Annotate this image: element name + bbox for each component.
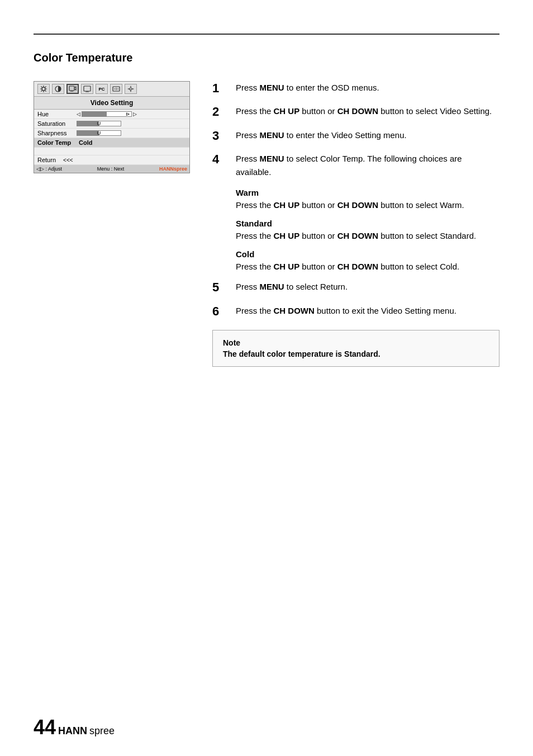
osd-label-sharpness: Sharpness: [37, 130, 77, 136]
osd-icon-settings: [125, 84, 137, 94]
osd-icons-row: PC: [34, 82, 189, 97]
sub-text-standard: Press the CH UP button or CH DOWN button…: [236, 229, 499, 243]
osd-container: PC Video Setting Hue ◁ ⊳: [34, 81, 190, 173]
footer-brand-upper: HANN: [58, 725, 87, 737]
step-5: 5 Press MENU to select Return.: [212, 280, 499, 295]
osd-slider-saturation: U: [77, 121, 121, 126]
svg-rect-10: [69, 86, 74, 91]
osd-row-empty: [34, 148, 189, 155]
sub-heading-cold: Cold: [236, 249, 499, 259]
step-6: 6 Press the CH DOWN button to exit the V…: [212, 304, 499, 319]
osd-slider-sharpness: U: [77, 130, 121, 136]
osd-icon-input: [110, 84, 122, 94]
osd-label-colortemp: Color Temp: [37, 139, 77, 146]
sub-section-standard: Standard Press the CH UP button or CH DO…: [236, 219, 499, 243]
osd-colortemp-value: Cold: [79, 139, 92, 146]
step-5-text: Press MENU to select Return.: [236, 280, 499, 294]
step-2-text: Press the CH UP button or CH DOWN button…: [236, 105, 499, 118]
step-6-text: Press the CH DOWN button to exit the Vid…: [236, 304, 499, 318]
step-4: 4 Press MENU to select Color Temp. The f…: [212, 152, 499, 179]
osd-screen-title: Video Setting: [34, 97, 189, 110]
footer: 44 HANNspree: [34, 716, 115, 739]
content-area: PC Video Setting Hue ◁ ⊳: [34, 81, 499, 367]
sub-heading-standard: Standard: [236, 219, 499, 228]
osd-row-colortemp: Color Temp Cold: [34, 138, 189, 148]
osd-saturation-value: U: [97, 121, 101, 126]
step-1-text: Press MENU to enter the OSD menus.: [236, 81, 499, 94]
note-box: Note The default color temperature is St…: [212, 330, 499, 367]
sub-heading-warm: Warm: [236, 188, 499, 197]
osd-bottom-bar: ◁▷ : Adjust Menu : Next HANNspree: [34, 165, 189, 173]
svg-rect-12: [84, 86, 91, 91]
osd-brand-label: HANNspree: [159, 166, 187, 172]
step-3-text: Press MENU to enter the Video Setting me…: [236, 129, 499, 142]
step-3-num: 3: [212, 129, 228, 143]
osd-row-hue: Hue ◁ ⊳ ▷: [34, 110, 189, 119]
sub-section-warm: Warm Press the CH UP button or CH DOWN b…: [236, 188, 499, 212]
osd-icon-video: [66, 84, 79, 94]
svg-point-0: [42, 87, 45, 91]
step-4-text: Press MENU to select Color Temp. The fol…: [236, 152, 499, 179]
osd-hue-marker: ⊳: [126, 111, 130, 117]
svg-line-6: [45, 91, 46, 92]
step-2-num: 2: [212, 105, 228, 119]
step-3: 3 Press MENU to enter the Video Setting …: [212, 129, 499, 143]
step-1: 1 Press MENU to enter the OSD menus.: [212, 81, 499, 96]
top-rule: [34, 34, 499, 35]
step-5-num: 5: [212, 280, 228, 295]
osd-icon-pc: PC: [96, 84, 108, 94]
osd-slider-hue: ⊳: [82, 111, 132, 117]
page: Color Temperature: [0, 0, 533, 756]
footer-page-number: 44: [34, 716, 56, 739]
sub-text-cold: Press the CH UP button or CH DOWN button…: [236, 260, 499, 273]
osd-row-saturation: Saturation U: [34, 119, 189, 129]
step-6-num: 6: [212, 304, 228, 319]
osd-menu-next-label: Menu : Next: [97, 166, 125, 172]
page-title: Color Temperature: [34, 51, 499, 64]
osd-return-row: Return <<<: [34, 155, 189, 165]
osd-icon-contrast: [52, 84, 64, 94]
osd-label-hue: Hue: [37, 111, 77, 117]
osd-adjust-label: ◁▷ : Adjust: [36, 166, 62, 172]
step-1-num: 1: [212, 81, 228, 96]
osd-icon-brightness: [37, 84, 50, 94]
osd-label-saturation: Saturation: [37, 120, 77, 127]
note-text: The default color temperature is Standar…: [223, 349, 489, 358]
note-title: Note: [223, 338, 489, 347]
sub-section-cold: Cold Press the CH UP button or CH DOWN b…: [236, 249, 499, 273]
osd-screen: PC Video Setting Hue ◁ ⊳: [34, 81, 190, 173]
osd-sharpness-value: U: [97, 130, 101, 136]
sub-text-warm: Press the CH UP button or CH DOWN button…: [236, 199, 499, 212]
svg-point-19: [130, 88, 132, 90]
instructions: 1 Press MENU to enter the OSD menus. 2 P…: [212, 81, 499, 367]
step-4-num: 4: [212, 152, 228, 167]
osd-row-sharpness: Sharpness U: [34, 129, 189, 138]
osd-return-arrows: <<<: [63, 157, 73, 163]
osd-hue-arrow-right: ▷: [133, 111, 137, 117]
osd-icon-screen: [81, 84, 93, 94]
osd-return-label: Return: [37, 157, 56, 163]
step-2: 2 Press the CH UP button or CH DOWN butt…: [212, 105, 499, 119]
svg-line-5: [41, 87, 42, 88]
svg-line-7: [45, 87, 46, 88]
svg-line-8: [41, 91, 42, 92]
osd-hue-arrow-left: ◁: [77, 111, 80, 117]
footer-brand-lower: spree: [89, 725, 115, 737]
